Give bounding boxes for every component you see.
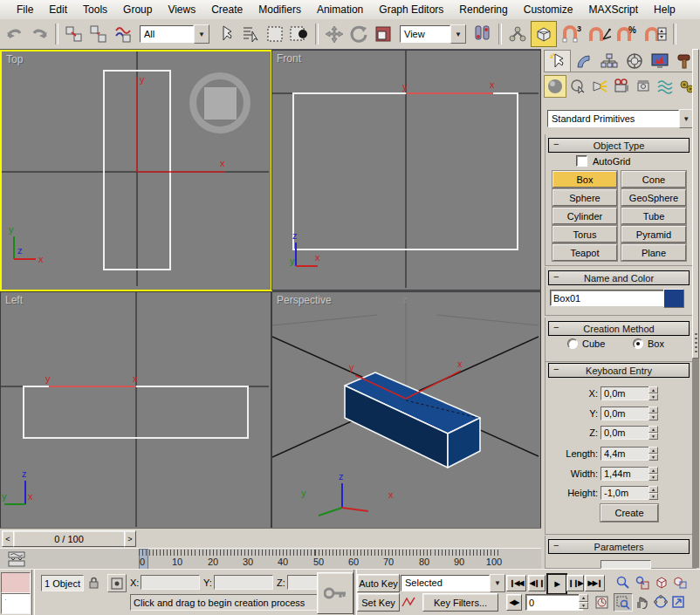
rollout-keyboard-entry[interactable]: − Keyboard Entry — [548, 363, 690, 378]
kbd-z-spinner[interactable]: ▲▼ — [649, 426, 658, 440]
kbd-length-spinner[interactable]: ▲▼ — [649, 447, 658, 461]
object-button-cone[interactable]: Cone — [621, 171, 686, 188]
subcategory-combo[interactable]: Standard Primitives ▼ — [547, 110, 694, 127]
tab-display[interactable] — [647, 50, 672, 72]
maxscript-listener[interactable]: · — [1, 593, 31, 614]
time-slider-track[interactable]: < 0 / 100 > — [0, 528, 541, 548]
category-helpers-icon[interactable] — [634, 76, 654, 97]
object-button-torus[interactable]: Torus — [552, 226, 617, 243]
zoom-extents-icon[interactable] — [653, 574, 670, 591]
z-coord-field[interactable] — [287, 575, 320, 590]
viewport-perspective-label[interactable]: Perspective — [277, 294, 332, 306]
viewport-front[interactable]: y x z y x Front — [271, 50, 541, 290]
go-to-start-button[interactable]: ❙◀◀ — [506, 575, 526, 591]
menu-create[interactable]: Create — [203, 1, 250, 18]
spinner-snap-toggle-icon[interactable] — [642, 23, 669, 45]
x-coord-field[interactable] — [141, 575, 200, 590]
kbd-width-field[interactable] — [600, 467, 651, 481]
menu-views[interactable]: Views — [160, 1, 203, 18]
window-crossing-toggle-icon[interactable] — [288, 23, 311, 45]
object-name-field[interactable] — [550, 290, 665, 306]
selection-set-dropdown-icon[interactable]: ▼ — [490, 574, 505, 592]
menu-modifiers[interactable]: Modifiers — [250, 1, 309, 18]
rollout-object-type[interactable]: − Object Type — [548, 138, 690, 153]
menu-help[interactable]: Help — [646, 1, 683, 18]
y-coord-field[interactable] — [214, 575, 273, 590]
reference-coordinate-combo[interactable]: View ▼ — [400, 25, 466, 43]
time-slider-next[interactable]: > — [124, 530, 136, 547]
category-lights-icon[interactable] — [590, 76, 610, 97]
menu-group[interactable]: Group — [115, 1, 160, 18]
tab-create[interactable] — [544, 50, 571, 72]
object-button-plane[interactable]: Plane — [621, 244, 686, 261]
tab-motion[interactable] — [621, 50, 647, 72]
selection-filter-combo[interactable]: All ▼ — [140, 25, 209, 43]
menu-file[interactable]: File — [9, 1, 41, 18]
min-max-toggle-icon[interactable] — [669, 593, 687, 610]
menu-edit[interactable]: Edit — [41, 1, 75, 18]
key-mode-toggle-icon[interactable]: ◀▶ — [506, 594, 522, 611]
bind-to-space-warp-icon[interactable] — [112, 23, 134, 45]
previous-frame-button[interactable]: ◀❙❙ — [528, 575, 546, 591]
kbd-x-spinner[interactable]: ▲▼ — [649, 386, 658, 400]
use-center-icon[interactable] — [471, 23, 494, 45]
menu-graph-editors[interactable]: Graph Editors — [371, 1, 451, 18]
menu-customize[interactable]: Customize — [516, 1, 581, 18]
radio-cube[interactable]: Cube — [567, 338, 605, 349]
zoom-extents-all-icon[interactable] — [671, 574, 689, 591]
zoom-all-icon[interactable] — [634, 574, 651, 591]
object-color-swatch[interactable] — [663, 289, 684, 308]
arc-rotate-icon[interactable] — [652, 593, 669, 610]
select-and-move-icon[interactable] — [323, 23, 346, 45]
zoom-icon[interactable] — [614, 574, 632, 591]
select-by-name-icon[interactable] — [239, 23, 262, 45]
rollout-parameters[interactable]: − Parameters — [548, 539, 690, 554]
object-button-cylinder[interactable]: Cylinder — [552, 208, 617, 224]
track-bar[interactable]: 0 10 20 30 40 50 60 70 80 90 100 — [0, 548, 541, 571]
set-key-button[interactable]: Set Key — [357, 593, 400, 612]
selection-filter-dropdown-icon[interactable]: ▼ — [194, 24, 209, 44]
rollout-name-color[interactable]: − Name and Color — [548, 270, 690, 285]
kbd-length-field[interactable] — [600, 447, 651, 461]
category-space-warps-icon[interactable] — [655, 76, 676, 97]
category-geometry-icon[interactable] — [544, 75, 566, 98]
percent-snap-toggle-icon[interactable]: % — [614, 23, 641, 45]
select-and-scale-icon[interactable] — [372, 23, 395, 45]
region-zoom-icon[interactable] — [614, 593, 633, 612]
angle-snap-toggle-icon[interactable] — [587, 23, 613, 45]
time-slider-prev[interactable]: < — [2, 530, 14, 547]
object-button-sphere[interactable]: Sphere — [552, 189, 617, 206]
undo-icon[interactable] — [3, 23, 26, 45]
selection-lock-icon[interactable] — [86, 576, 100, 590]
angle-snap3-icon[interactable]: 3 — [559, 23, 585, 45]
viewport-left[interactable]: y x z y x Left — [0, 291, 271, 530]
tab-modify[interactable] — [571, 50, 596, 72]
frame-spinner[interactable]: ▲▼ — [579, 594, 588, 609]
unlink-selection-icon[interactable] — [87, 23, 110, 45]
kbd-y-spinner[interactable]: ▲▼ — [649, 407, 658, 420]
next-frame-button[interactable]: ❙❙▶ — [566, 575, 584, 591]
create-button[interactable]: Create — [600, 504, 658, 522]
current-frame-field[interactable] — [525, 594, 583, 611]
menu-animation[interactable]: Animation — [309, 1, 371, 18]
viewport-left-label[interactable]: Left — [5, 294, 23, 306]
panel-scrollbar-thumb[interactable] — [692, 49, 699, 359]
object-button-pyramid[interactable]: Pyramid — [621, 226, 686, 243]
selection-set-combo[interactable]: Selected ▼ — [401, 574, 505, 591]
select-and-manipulate-icon[interactable] — [506, 23, 529, 45]
category-cameras-icon[interactable] — [612, 76, 632, 97]
viewport-front-label[interactable]: Front — [277, 52, 301, 65]
kbd-x-field[interactable] — [600, 386, 651, 400]
kbd-y-field[interactable] — [600, 407, 651, 420]
viewport-perspective[interactable]: z y x z y x Perspective — [271, 291, 541, 530]
select-and-rotate-icon[interactable] — [347, 23, 370, 45]
select-object-icon[interactable] — [215, 23, 237, 45]
tab-hierarchy[interactable] — [596, 50, 621, 72]
menu-tools[interactable]: Tools — [75, 1, 115, 18]
menu-rendering[interactable]: Rendering — [451, 1, 515, 18]
key-filters-button[interactable]: Key Filters... — [422, 593, 498, 612]
redo-icon[interactable] — [28, 23, 51, 45]
select-and-link-icon[interactable] — [63, 23, 86, 45]
viewport-top[interactable]: y x y z x Top — [0, 50, 272, 291]
object-button-geosphere[interactable]: GeoSphere — [621, 189, 686, 206]
